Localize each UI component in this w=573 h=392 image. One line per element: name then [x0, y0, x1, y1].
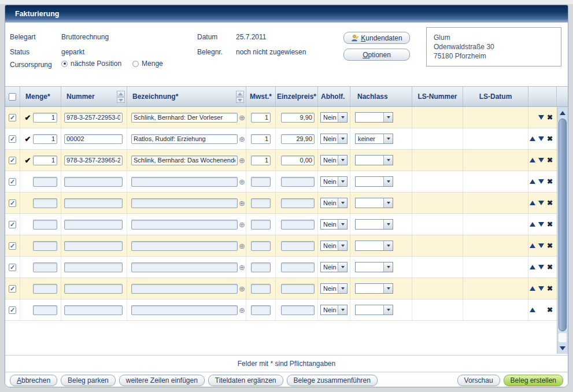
- nachlass-dropdown-button[interactable]: [383, 156, 393, 165]
- menge-input[interactable]: [33, 305, 57, 315]
- delete-row-icon[interactable]: ✖: [547, 178, 553, 185]
- menge-input[interactable]: [33, 134, 57, 144]
- move-row-up-icon[interactable]: [530, 179, 535, 184]
- row-checkbox[interactable]: [9, 306, 16, 314]
- einzelpreis-input[interactable]: [281, 241, 315, 251]
- mwst-input[interactable]: [251, 177, 271, 187]
- abholf-dropdown[interactable]: Nein: [320, 176, 348, 187]
- einzelpreis-input[interactable]: [281, 284, 315, 294]
- nachlass-dropdown-button[interactable]: [383, 177, 393, 186]
- row-checkbox[interactable]: [9, 285, 16, 293]
- expand-plus-icon[interactable]: ⊕: [239, 242, 245, 250]
- move-row-up-icon[interactable]: [530, 136, 535, 141]
- move-row-down-icon[interactable]: [538, 265, 544, 269]
- bezeichnung-input[interactable]: [131, 134, 238, 144]
- titeldaten-ergaenzen-button[interactable]: Titeldaten ergänzen: [208, 375, 283, 386]
- expand-plus-icon[interactable]: ⊕: [239, 199, 245, 208]
- mwst-input[interactable]: [251, 156, 271, 165]
- nummer-input[interactable]: [64, 262, 123, 272]
- mwst-input[interactable]: [251, 241, 271, 251]
- mwst-input[interactable]: [251, 284, 271, 294]
- bezeichnung-input[interactable]: [131, 262, 238, 272]
- abholf-dropdown[interactable]: Nein: [320, 219, 348, 230]
- nachlass-dropdown[interactable]: [355, 112, 393, 123]
- vertical-scrollbar[interactable]: [557, 107, 568, 354]
- scroll-down-icon[interactable]: [557, 343, 568, 353]
- move-row-down-icon[interactable]: [538, 286, 544, 291]
- delete-row-icon[interactable]: ✖: [547, 157, 553, 164]
- nummer-input[interactable]: [64, 156, 123, 165]
- row-checkbox[interactable]: [9, 114, 16, 121]
- abholf-dropdown[interactable]: Nein: [320, 134, 348, 144]
- abholf-dropdown[interactable]: Nein: [320, 155, 348, 165]
- menge-input[interactable]: [33, 220, 57, 230]
- move-row-up-icon[interactable]: [530, 222, 535, 227]
- bezeichnung-input[interactable]: [131, 198, 238, 208]
- nachlass-dropdown[interactable]: [355, 155, 393, 165]
- move-row-down-icon[interactable]: [538, 243, 544, 248]
- row-checkbox[interactable]: [9, 199, 16, 207]
- mwst-input[interactable]: [251, 113, 271, 123]
- abholf-dropdown[interactable]: Nein: [320, 112, 348, 123]
- einzelpreis-input[interactable]: [281, 198, 315, 208]
- delete-row-icon[interactable]: ✖: [547, 242, 553, 249]
- bezeichnung-input[interactable]: [131, 305, 238, 315]
- move-row-up-icon[interactable]: [530, 158, 535, 162]
- abholf-dropdown-button[interactable]: [338, 198, 347, 208]
- menge-input[interactable]: [33, 177, 57, 187]
- mwst-input[interactable]: [251, 198, 271, 208]
- move-row-down-icon[interactable]: [538, 158, 544, 162]
- row-checkbox[interactable]: [9, 135, 16, 143]
- move-row-up-icon[interactable]: [530, 308, 535, 312]
- delete-row-icon[interactable]: ✖: [547, 114, 553, 121]
- nachlass-dropdown[interactable]: keiner: [355, 134, 393, 144]
- move-row-down-icon[interactable]: [538, 115, 544, 120]
- nachlass-dropdown-button[interactable]: [383, 134, 393, 143]
- nachlass-dropdown-button[interactable]: [383, 113, 393, 122]
- row-checkbox[interactable]: [9, 178, 16, 186]
- belege-zusammenfuehren-button[interactable]: Belege zusammenführen: [287, 375, 378, 386]
- mwst-input[interactable]: [251, 134, 271, 144]
- move-row-up-icon[interactable]: [530, 265, 535, 269]
- nummer-sort-asc-icon[interactable]: [117, 91, 125, 97]
- abholf-dropdown-button[interactable]: [338, 134, 347, 143]
- abholf-dropdown[interactable]: Nein: [320, 262, 348, 272]
- abholf-dropdown-button[interactable]: [338, 177, 347, 186]
- expand-plus-icon[interactable]: ⊕: [239, 113, 245, 122]
- expand-plus-icon[interactable]: ⊕: [239, 284, 245, 293]
- abholf-dropdown[interactable]: Nein: [320, 305, 348, 315]
- nachlass-dropdown[interactable]: [355, 219, 393, 230]
- expand-plus-icon[interactable]: ⊕: [239, 177, 245, 186]
- kundendaten-button[interactable]: Kundendaten: [343, 32, 410, 44]
- mwst-input[interactable]: [251, 220, 271, 230]
- delete-row-icon[interactable]: ✖: [547, 306, 553, 313]
- einzelpreis-input[interactable]: [281, 156, 315, 165]
- nummer-input[interactable]: [64, 198, 123, 208]
- move-row-up-icon[interactable]: [530, 201, 535, 205]
- abholf-dropdown-button[interactable]: [338, 262, 347, 272]
- scrollbar-thumb[interactable]: [559, 119, 567, 331]
- move-row-down-icon[interactable]: [538, 136, 544, 141]
- nachlass-dropdown[interactable]: [355, 241, 393, 251]
- abholf-dropdown-button[interactable]: [338, 241, 347, 250]
- abholf-dropdown[interactable]: Nein: [320, 241, 348, 251]
- nummer-input[interactable]: [64, 177, 123, 187]
- expand-plus-icon[interactable]: ⊕: [239, 263, 245, 272]
- nummer-input[interactable]: [64, 305, 123, 315]
- delete-row-icon[interactable]: ✖: [547, 285, 553, 292]
- row-checkbox[interactable]: [9, 264, 16, 271]
- abholf-dropdown-button[interactable]: [338, 156, 347, 165]
- delete-row-icon[interactable]: ✖: [547, 221, 553, 228]
- bezeichnung-input[interactable]: [131, 220, 238, 230]
- abholf-dropdown[interactable]: Nein: [320, 283, 348, 294]
- mwst-input[interactable]: [251, 305, 271, 315]
- abholf-dropdown-button[interactable]: [338, 220, 347, 229]
- expand-plus-icon[interactable]: ⊕: [239, 156, 245, 165]
- nachlass-dropdown[interactable]: [355, 305, 393, 315]
- nummer-input[interactable]: [64, 113, 123, 123]
- einzelpreis-input[interactable]: [281, 134, 315, 144]
- nachlass-dropdown-button[interactable]: [383, 284, 393, 293]
- nummer-sort-desc-icon[interactable]: [117, 97, 125, 103]
- nummer-input[interactable]: [64, 220, 123, 230]
- einzelpreis-input[interactable]: [281, 113, 315, 123]
